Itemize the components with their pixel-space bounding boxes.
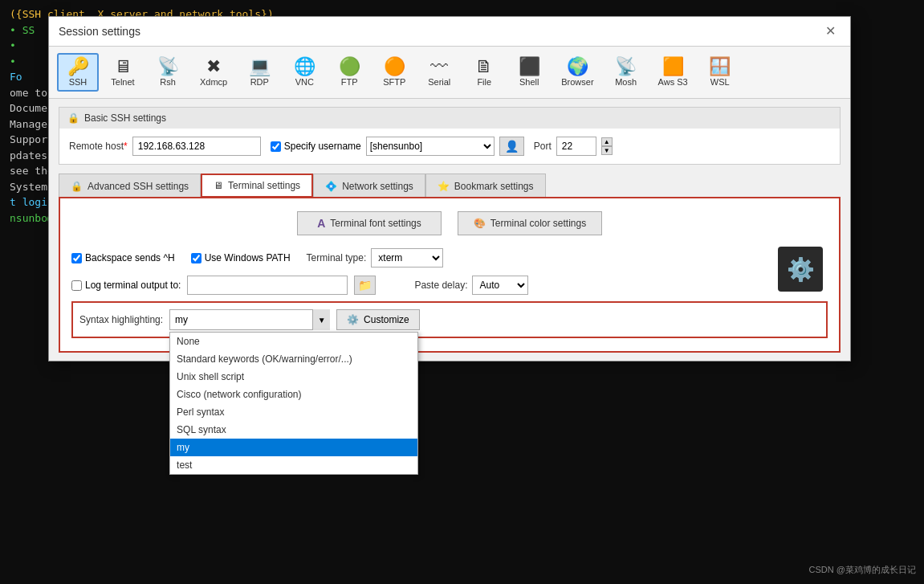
wsl-icon: 🪟	[709, 58, 731, 76]
protocol-file[interactable]: 🗎 File	[463, 53, 505, 92]
port-group: Port ▲ ▼	[534, 137, 613, 156]
file-icon: 🗎	[475, 58, 493, 76]
browser-icon: 🌍	[567, 58, 588, 76]
basic-panel-title: Basic SSH settings	[84, 112, 166, 124]
protocol-browser[interactable]: 🌍 Browser	[553, 53, 601, 92]
remote-host-input[interactable]	[132, 137, 261, 156]
dialog-title: Session settings	[59, 25, 140, 38]
port-input[interactable]	[556, 137, 596, 156]
terminal-type-group: Terminal type: xterm xterm-256color vt10…	[307, 248, 444, 267]
syntax-label: Syntax highlighting:	[79, 314, 163, 325]
protocol-xdmcp[interactable]: ✖ Xdmcp	[192, 53, 235, 92]
tab-bookmark[interactable]: ⭐ Bookmark settings	[425, 174, 546, 198]
sftp-label: SFTP	[383, 77, 405, 87]
port-spinner: ▲ ▼	[601, 137, 613, 155]
telnet-icon: 🖥	[114, 58, 132, 76]
protocol-ftp[interactable]: 🟢 FTP	[328, 53, 370, 92]
syntax-option-sql[interactable]: SQL syntax	[170, 421, 417, 439]
syntax-option-cisco[interactable]: Cisco (network configuration)	[170, 386, 417, 403]
windows-path-option[interactable]: Use Windows PATH	[191, 252, 291, 263]
mosh-icon: 📡	[615, 58, 637, 76]
specify-username-checkbox-group[interactable]: Specify username	[271, 141, 361, 152]
terminal-settings-panel: ⚙️ A Terminal font settings 🎨 Terminal c…	[59, 197, 841, 353]
syntax-option-standard[interactable]: Standard keywords (OK/warning/error/...)	[170, 350, 417, 368]
close-button[interactable]: ✕	[820, 23, 841, 39]
person-button[interactable]: 👤	[499, 137, 524, 156]
tab-bookmark-label: Bookmark settings	[454, 181, 534, 192]
log-option[interactable]: Log terminal output to:	[71, 280, 181, 291]
syntax-option-unix[interactable]: Unix shell script	[170, 368, 417, 386]
ssh-label: SSH	[69, 77, 88, 87]
shell-label: Shell	[519, 77, 539, 87]
syntax-option-my[interactable]: my	[170, 439, 417, 456]
basic-panel-icon: 🔒	[67, 112, 79, 124]
tab-advanced-ssh[interactable]: 🔒 Advanced SSH settings	[59, 174, 201, 198]
bookmark-tab-icon: ⭐	[438, 181, 450, 192]
remote-host-label: Remote host*	[69, 141, 128, 152]
syntax-row: Syntax highlighting: ▼ None Standard key…	[71, 301, 828, 338]
advanced-ssh-icon: 🔒	[71, 181, 83, 192]
protocol-wsl[interactable]: 🪟 WSL	[699, 53, 741, 92]
specify-username-label: Specify username	[284, 141, 361, 152]
terminal-font-settings-button[interactable]: A Terminal font settings	[297, 211, 442, 235]
syntax-dropdown-list: None Standard keywords (OK/warning/error…	[169, 332, 418, 475]
basic-ssh-panel: 🔒 Basic SSH settings Remote host* Specif…	[59, 107, 841, 165]
remote-host-group: Remote host*	[69, 137, 261, 156]
terminal-type-select[interactable]: xterm xterm-256color vt100 linux	[371, 248, 443, 267]
username-select[interactable]: [shensunbo]	[366, 137, 495, 156]
protocol-mosh[interactable]: 📡 Mosh	[605, 53, 647, 92]
tab-network[interactable]: 💠 Network settings	[313, 174, 425, 198]
serial-icon: 〰	[430, 58, 448, 76]
log-path-input[interactable]	[187, 276, 348, 295]
username-group: Specify username [shensunbo] 👤	[271, 137, 524, 156]
protocol-awss3[interactable]: 🟧 Aws S3	[650, 53, 696, 92]
port-down-button[interactable]: ▼	[601, 146, 613, 155]
protocol-shell[interactable]: ⬛ Shell	[508, 53, 550, 92]
syntax-input[interactable]	[169, 309, 330, 330]
tab-advanced-label: Advanced SSH settings	[88, 181, 189, 192]
awss3-label: Aws S3	[658, 77, 688, 87]
windows-path-checkbox[interactable]	[191, 253, 201, 263]
protocol-telnet[interactable]: 🖥 Telnet	[102, 53, 144, 92]
settings-area: 🔒 Basic SSH settings Remote host* Specif…	[49, 99, 850, 361]
ftp-icon: 🟢	[339, 58, 360, 76]
backspace-option[interactable]: Backspace sends ^H	[71, 252, 175, 263]
log-folder-button[interactable]: 📁	[354, 276, 376, 295]
terminal-color-settings-button[interactable]: 🎨 Terminal color settings	[458, 211, 602, 235]
specify-username-checkbox[interactable]	[271, 141, 281, 152]
log-checkbox[interactable]	[71, 280, 82, 291]
tab-terminal[interactable]: 🖥 Terminal settings	[201, 174, 313, 198]
shell-icon: ⬛	[519, 58, 540, 76]
protocol-rdp[interactable]: 💻 RDP	[238, 53, 280, 92]
protocol-rsh[interactable]: 📡 Rsh	[147, 53, 189, 92]
network-tab-icon: 💠	[325, 181, 337, 192]
customize-button[interactable]: ⚙️ Customize	[336, 309, 420, 330]
syntax-option-perl[interactable]: Perl syntax	[170, 403, 417, 421]
protocol-serial[interactable]: 〰 Serial	[418, 53, 460, 92]
syntax-option-test[interactable]: test	[170, 456, 417, 474]
customize-icon: ⚙️	[347, 314, 359, 325]
port-label: Port	[534, 141, 552, 152]
xdmcp-label: Xdmcp	[200, 77, 227, 87]
syntax-option-none[interactable]: None	[170, 333, 417, 350]
log-row: Log terminal output to: 📁 Paste delay: A…	[71, 276, 828, 295]
rdp-label: RDP	[250, 77, 269, 87]
vnc-icon: 🌐	[294, 58, 315, 76]
gear-icon-large: ⚙️	[778, 247, 823, 292]
protocol-ssh[interactable]: 🔑 SSH	[57, 53, 99, 92]
protocol-vnc[interactable]: 🌐 VNC	[283, 53, 325, 92]
syntax-select-wrapper: ▼ None Standard keywords (OK/warning/err…	[169, 309, 330, 330]
awss3-icon: 🟧	[662, 58, 684, 76]
dialog-titlebar: Session settings ✕	[49, 17, 850, 47]
paste-delay-select[interactable]: Auto None Short Medium Long	[472, 276, 528, 295]
backspace-checkbox[interactable]	[71, 253, 82, 263]
serial-label: Serial	[428, 77, 450, 87]
windows-path-label: Use Windows PATH	[205, 252, 291, 263]
protocol-sftp[interactable]: 🟠 SFTP	[373, 53, 415, 92]
xdmcp-icon: ✖	[206, 58, 221, 76]
rsh-icon: 📡	[157, 58, 179, 76]
vnc-label: VNC	[295, 77, 314, 87]
required-marker: *	[124, 141, 128, 152]
port-up-button[interactable]: ▲	[601, 137, 613, 146]
syntax-dropdown-arrow[interactable]: ▼	[312, 309, 330, 330]
